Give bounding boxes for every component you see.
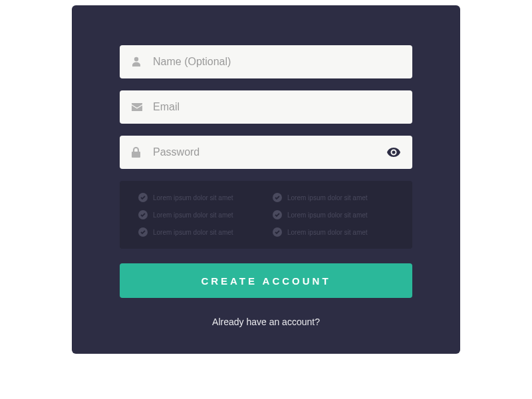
requirement-text: Lorem ipsum dolor sit amet: [153, 229, 233, 236]
requirement-text: Lorem ipsum dolor sit amet: [153, 211, 233, 219]
lock-icon: [132, 147, 140, 158]
requirement-item: Lorem ipsum dolor sit amet: [138, 227, 259, 237]
password-input[interactable]: [120, 136, 412, 169]
requirement-item: Lorem ipsum dolor sit amet: [273, 227, 394, 237]
password-requirements: Lorem ipsum dolor sit amet Lorem ipsum d…: [120, 181, 412, 249]
check-circle-icon: [138, 193, 148, 202]
eye-icon[interactable]: [387, 148, 400, 157]
check-circle-icon: [138, 210, 148, 219]
svg-point-2: [392, 151, 396, 154]
check-circle-icon: [273, 193, 282, 202]
requirement-text: Lorem ipsum dolor sit amet: [287, 194, 368, 201]
password-input-group: [120, 136, 412, 169]
requirement-item: Lorem ipsum dolor sit amet: [138, 193, 259, 202]
email-icon: [132, 103, 142, 111]
person-icon: [132, 57, 141, 67]
requirement-item: Lorem ipsum dolor sit amet: [138, 210, 259, 219]
check-circle-icon: [138, 227, 148, 237]
requirement-text: Lorem ipsum dolor sit amet: [153, 194, 233, 201]
check-circle-icon: [273, 227, 282, 237]
email-input-group: [120, 90, 412, 124]
requirement-text: Lorem ipsum dolor sit amet: [287, 211, 368, 219]
create-account-button[interactable]: CREATE ACCOUNT: [120, 263, 412, 298]
requirement-item: Lorem ipsum dolor sit amet: [273, 210, 394, 219]
svg-point-0: [134, 57, 138, 61]
email-input[interactable]: [120, 90, 412, 124]
name-input[interactable]: [120, 45, 412, 78]
login-link[interactable]: Already have an account?: [120, 317, 412, 327]
name-input-group: [120, 45, 412, 78]
requirement-text: Lorem ipsum dolor sit amet: [287, 229, 368, 236]
requirement-item: Lorem ipsum dolor sit amet: [273, 193, 394, 202]
check-circle-icon: [273, 210, 282, 219]
svg-rect-1: [132, 152, 140, 158]
signup-card: Lorem ipsum dolor sit amet Lorem ipsum d…: [72, 5, 460, 354]
